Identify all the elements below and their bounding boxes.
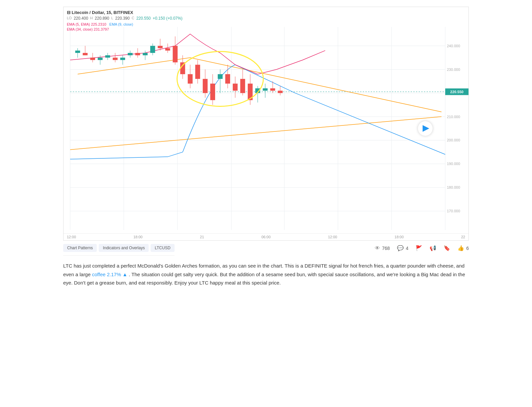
price-chart [64, 7, 468, 233]
comments-count: 4 [406, 246, 408, 251]
x-label-1200b: 12:00 [328, 235, 337, 239]
ema1-label: EMA (5, EMA) 225.2310 [67, 22, 106, 26]
bookmark-stat[interactable]: 🔖 [444, 245, 450, 251]
thumbsup-icon: 👍 [458, 245, 464, 251]
ohlc-chg: +0.150 (+0.07%) [153, 16, 182, 21]
tag-ltcusd[interactable]: LTCUSD [151, 244, 174, 252]
x-axis: 12:00 18:00 21 06:00 12:00 18:00 22 [64, 233, 468, 240]
views-stat: 👁 768 [375, 245, 390, 251]
x-label-1800: 18:00 [133, 235, 143, 239]
tags-row: Chart Patterns Indicators and Overlays L… [63, 241, 175, 256]
x-label-1800b: 18:00 [395, 235, 404, 239]
ohlc-h-val: 220.890 [95, 16, 109, 21]
flag-stat[interactable]: 🚩 [416, 245, 422, 251]
ohlc-c-val: 220.550 [136, 16, 151, 21]
page-container: ⊟ Litecoin / Dollar, 15, BITFINEX LO 220… [57, 0, 475, 297]
ohlc-low-val: 220.390 [115, 16, 130, 21]
ema-labels: EMA (5, EMA) 225.2310 EMA (9, close) EMA… [67, 22, 183, 32]
x-label-22: 22 [461, 235, 465, 239]
ohlc-low-label: L [111, 16, 113, 21]
tag-indicators-overlays[interactable]: Indicators and Overlays [99, 244, 149, 252]
tags-stats-row: Chart Patterns Indicators and Overlays L… [63, 241, 469, 256]
coffee-link[interactable]: coffee 2.17% ▲ [92, 272, 127, 277]
ohlc-l-val: 220.400 [74, 16, 88, 21]
coffee-text: coffee 2.17% ▲ [92, 272, 127, 277]
x-label-0600: 06:00 [261, 235, 271, 239]
likes-stat[interactable]: 👍 6 [458, 245, 469, 251]
share-stat[interactable]: 📢 [430, 245, 436, 251]
chart-title: ⊟ Litecoin / Dollar, 15, BITFINEX [67, 10, 183, 16]
eye-icon: 👁 [375, 245, 380, 251]
stats-row: 👁 768 💬 4 🚩 📢 🔖 👍 6 [375, 245, 469, 251]
ema3-val: 231.3797 [94, 27, 109, 31]
ohlc-l-label: LO [67, 16, 72, 21]
ohlc-h-label: H [90, 16, 93, 21]
tag-chart-patterns[interactable]: Chart Patterns [63, 244, 97, 252]
comment-icon: 💬 [397, 245, 404, 251]
ema1-val: 225.2310 [91, 22, 106, 26]
bookmark-icon: 🔖 [444, 245, 450, 251]
share-icon: 📢 [430, 245, 436, 251]
views-count: 768 [382, 246, 390, 251]
chart-header: ⊟ Litecoin / Dollar, 15, BITFINEX LO 220… [67, 10, 183, 32]
ema2-label: EMA (9, close) [109, 22, 133, 26]
flag-icon: 🚩 [416, 245, 422, 251]
ema3-label: EMA (34, close) 231.3797 [67, 27, 109, 31]
chart-wrapper: ⊟ Litecoin / Dollar, 15, BITFINEX LO 220… [63, 7, 469, 241]
likes-count: 6 [466, 246, 469, 251]
x-label-1200: 12:00 [67, 235, 76, 239]
ohlc-c-label: C [132, 16, 134, 21]
description: LTC has just completed a perfect McDonal… [63, 256, 469, 291]
comments-stat[interactable]: 💬 4 [397, 245, 408, 251]
ohlc-row: LO 220.400 H 220.890 L 220.390 C 220.550… [67, 16, 183, 21]
x-label-21: 21 [200, 235, 204, 239]
